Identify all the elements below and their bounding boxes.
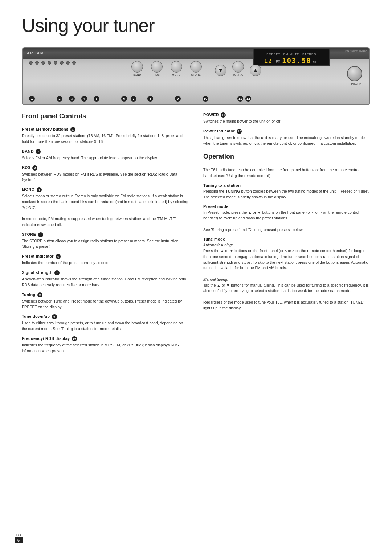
tuning-title: Tuning 8 (22, 292, 189, 297)
store-btn-group: STORE (190, 61, 202, 76)
section-power-indicator: Power indicator 12 This glows green to s… (203, 129, 370, 147)
section-preset-memory: Preset Memory buttons 1 Directly select … (22, 127, 189, 145)
tuning-to-station-body: Pressing the TUNING button toggles betwe… (203, 189, 370, 200)
section-tuning-to-station: Tuning to a station Pressing the TUNING … (203, 183, 370, 200)
section-preset-mode: Preset mode In Preset mode, press the ▲ … (203, 204, 370, 233)
badge-band: 2 (36, 149, 41, 154)
badge-power: 11 (221, 112, 226, 118)
badge-5: 5 (94, 96, 99, 102)
stereo-label: STEREO (302, 53, 317, 56)
badge-4: 4 (81, 96, 87, 102)
store-label: STORE (191, 74, 201, 76)
badge-preset-indicator: 6 (56, 254, 61, 259)
auto-tuning-body: Press the ▲ or ▼ buttons on the front pa… (203, 249, 368, 270)
tune-down-up-title: Tune down/up 9 (22, 314, 189, 319)
preset-indicator-body: Indicates the number of the preset curre… (22, 260, 189, 266)
preset-number: 12 (264, 58, 273, 65)
preset-label: PRESET (266, 53, 280, 56)
frequency-rds-body: Indicates the frequency of the selected … (22, 342, 189, 354)
number-badges-row: 1 2 3 4 5 6 7 8 9 10 11 12 (23, 96, 369, 102)
preset-mode-title: Preset mode (203, 204, 370, 209)
tuning-label: TUNING (233, 74, 244, 76)
badge-rds: 3 (32, 165, 37, 171)
fm-label: FM (275, 59, 280, 64)
dot-4 (48, 61, 51, 65)
dot-1 (29, 61, 33, 65)
tuning-body: Switches between Tune and Preset mode fo… (22, 299, 189, 310)
tuning-button[interactable] (232, 61, 244, 73)
preset-mode-body: In Preset mode, press the ▲ or ▼ buttons… (203, 210, 370, 233)
operation-intro: The T61 radio tuner can be controlled fr… (203, 167, 370, 179)
tune-down-button[interactable]: ▼ (215, 65, 226, 76)
manual-tuning-label: Manual tuning: (203, 277, 228, 282)
band-button[interactable] (131, 61, 143, 73)
badge-3: 3 (69, 96, 75, 102)
section-signal-strength: Signal strength 7 A seven-step indicator… (22, 270, 189, 288)
controls-group: BAND RDS MONO STORE (131, 61, 202, 76)
store-body: The STORE button allows you to assign ra… (22, 238, 189, 250)
band-title: BAND 2 (22, 149, 189, 154)
section-tune-down-up: Tune down/up 9 Used to either scroll thr… (22, 314, 189, 332)
badge-8: 8 (147, 96, 153, 102)
dot-7 (66, 61, 70, 65)
badge-frequency-rds: 10 (72, 336, 77, 341)
badge-10: 10 (203, 96, 208, 102)
preset-indicator-title: Preset indicator 6 (22, 254, 189, 259)
section-tuning: Tuning 8 Switches between Tune and Prese… (22, 292, 189, 310)
t61-label: T61 AM/FM TUNER (345, 49, 367, 52)
badge-mono: 4 (37, 187, 42, 192)
section-frequency-rds: Frequency/ RDS display 10 Indicates the … (22, 336, 189, 354)
tune-mode-body: Automatic tuning: Press the ▲ or ▼ butto… (203, 242, 370, 311)
store-button[interactable] (190, 61, 202, 73)
rds-label: RDS (154, 74, 160, 76)
right-column: POWER 11 Switches the mains power to the… (203, 112, 370, 358)
dot-6 (60, 61, 64, 65)
footer-model: T61 (16, 533, 21, 537)
auto-tuning-label: Automatic tuning: (203, 243, 233, 247)
rds-title: RDS 3 (22, 165, 189, 170)
power-title: POWER 11 (203, 112, 370, 118)
section-power: POWER 11 Switches the mains power to the… (203, 112, 370, 124)
mono-title: MONO 4 (22, 187, 189, 192)
tuner-diagram: ARCAM PRESET FM MUTE STEREO 12 FM 103.50… (22, 47, 370, 105)
section-band: BAND 2 Selects FM or AM frequency band. … (22, 149, 189, 161)
power-indicator-body: This glows green to show that the unit i… (203, 135, 370, 147)
section-tune-mode: Tune mode Automatic tuning: Press the ▲ … (203, 237, 370, 311)
mono-label: MONO (172, 74, 181, 76)
badge-2: 2 (57, 96, 62, 102)
badge-power-indicator: 12 (237, 129, 242, 134)
badge-preset: 1 (70, 127, 75, 132)
badge-tuning: 8 (37, 292, 42, 297)
badge-7: 7 (131, 96, 136, 102)
rds-button[interactable] (151, 61, 163, 73)
mono-body: Selects mono or stereo output. Stereo is… (22, 193, 189, 228)
tuning-to-station-title: Tuning to a station (203, 183, 370, 188)
badge-6: 6 (121, 96, 127, 102)
dot-5 (54, 61, 57, 65)
store-title: STORE 5 (22, 232, 189, 237)
mono-button[interactable] (171, 61, 182, 73)
band-label: BAND (133, 74, 141, 76)
rds-body: Switches between RDS modes on FM if RDS … (22, 172, 189, 183)
operation-title: Operation (203, 153, 370, 162)
power-body: Switches the mains power to the unit on … (203, 119, 370, 124)
signal-strength-title: Signal strength 7 (22, 270, 189, 275)
tune-up-button[interactable]: ▲ (250, 65, 261, 76)
front-panel-title: Front panel Controls (22, 112, 189, 122)
badge-tune-down-up: 9 (52, 314, 57, 319)
footer-page: 6 (15, 537, 23, 543)
content-area: Front panel Controls Preset Memory butto… (22, 112, 370, 358)
fm-mute-label: FM MUTE (283, 53, 299, 56)
display-panel: PRESET FM MUTE STEREO 12 FM 103.50 MHz (253, 49, 330, 66)
dot-3 (41, 61, 45, 65)
badge-store: 5 (38, 232, 43, 237)
section-preset-indicator: Preset indicator 6 Indicates the number … (22, 254, 189, 266)
left-column: Front panel Controls Preset Memory butto… (22, 112, 189, 358)
mono-btn-group: MONO (171, 61, 182, 76)
power-button[interactable] (347, 66, 362, 81)
down-btn-group: ▼ (215, 65, 226, 76)
tuning-btn-group: TUNING (232, 61, 244, 76)
section-store: STORE 5 The STORE button allows you to a… (22, 232, 189, 250)
dot-8 (72, 61, 76, 65)
band-btn-group: BAND (131, 61, 143, 76)
